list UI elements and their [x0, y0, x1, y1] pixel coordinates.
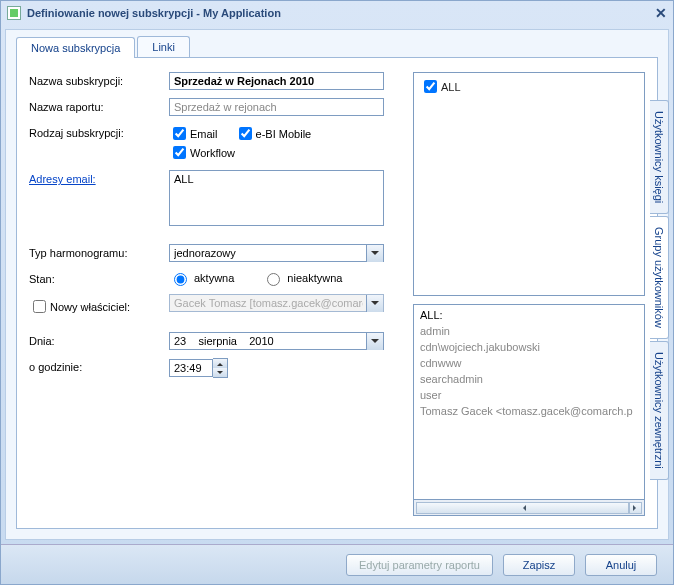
label-new-owner: Nowy właściciel:: [50, 301, 130, 313]
list-item[interactable]: cdnwww: [420, 355, 638, 371]
right-column: ALL ALL: admin cdn\wojciech.jakubowski c…: [413, 72, 645, 516]
list-members[interactable]: ALL: admin cdn\wojciech.jakubowski cdnww…: [413, 304, 645, 500]
tab-new-subscription[interactable]: Nowa subskrypcja: [16, 37, 135, 58]
input-report-name: Sprzedaż w rejonach: [169, 98, 384, 116]
spinner-down-icon[interactable]: [213, 368, 227, 377]
button-cancel[interactable]: Anuluj: [585, 554, 657, 576]
label-date: Dnia:: [29, 332, 169, 347]
list-item[interactable]: cdn\wojciech.jakubowski: [420, 339, 638, 355]
tab-strip: Nowa subskrypcja Linki: [6, 30, 668, 57]
titlebar: Definiowanie nowej subskrypcji - My Appl…: [1, 1, 673, 25]
label-radio-active: aktywna: [194, 272, 234, 284]
label-schedule: Typ harmonogramu:: [29, 244, 169, 259]
list-hscroll[interactable]: [413, 500, 645, 516]
side-tabs: Użytkownicy księgi Grupy użytkowników Uż…: [650, 100, 669, 482]
select-owner: Gacek Tomasz [tomasz.gacek@comarch.: [169, 294, 384, 312]
app-window: Definiowanie nowej subskrypcji - My Appl…: [0, 0, 674, 585]
label-cb-workflow: Workflow: [190, 147, 235, 159]
label-state: Stan:: [29, 270, 169, 285]
checkbox-new-owner[interactable]: [33, 300, 46, 313]
label-sub-name: Nazwa subskrypcji:: [29, 72, 169, 87]
input-time[interactable]: [169, 359, 213, 377]
scroll-right-icon[interactable]: [629, 502, 642, 514]
label-radio-inactive: nieaktywna: [287, 272, 342, 284]
sidetab-external-users[interactable]: Użytkownicy zewnętrzni: [650, 341, 669, 480]
list-item[interactable]: user: [420, 387, 638, 403]
button-edit-params: Edytuj parametry raportu: [346, 554, 493, 576]
tree-root-label: ALL: [441, 81, 461, 93]
label-report-name: Nazwa raportu:: [29, 98, 169, 113]
footer: Edytuj parametry raportu Zapisz Anuluj: [1, 544, 673, 584]
select-schedule[interactable]: jednorazowy: [169, 244, 384, 262]
list-title: ALL:: [420, 309, 638, 321]
label-time: o godzinie:: [29, 358, 169, 373]
label-cb-email: Email: [190, 128, 218, 140]
sidetab-user-groups[interactable]: Grupy użytkowników: [650, 216, 669, 339]
checkbox-email[interactable]: [173, 127, 186, 140]
close-icon[interactable]: ✕: [655, 5, 667, 21]
main-panel: Nazwa subskrypcji: Nazwa raportu: Sprzed…: [16, 57, 658, 529]
time-spinner[interactable]: [213, 358, 228, 378]
textarea-emails[interactable]: ALL: [169, 170, 384, 226]
content-area: Nowa subskrypcja Linki Nazwa subskrypcji…: [5, 29, 669, 540]
checkbox-ebi[interactable]: [239, 127, 252, 140]
label-cb-ebi: e-BI Mobile: [256, 128, 312, 140]
button-save[interactable]: Zapisz: [503, 554, 575, 576]
list-item[interactable]: Tomasz Gacek <tomasz.gacek@comarch.p: [420, 403, 638, 419]
input-sub-name[interactable]: [169, 72, 384, 90]
scroll-left-icon[interactable]: [416, 502, 629, 514]
sidetab-book-users[interactable]: Użytkownicy księgi: [650, 100, 669, 214]
radio-inactive[interactable]: [267, 273, 280, 286]
spinner-up-icon[interactable]: [213, 359, 227, 368]
tree-users[interactable]: ALL: [413, 72, 645, 296]
checkbox-workflow[interactable]: [173, 146, 186, 159]
radio-active[interactable]: [174, 273, 187, 286]
label-sub-type: Rodzaj subskrypcji:: [29, 124, 169, 139]
link-emails[interactable]: Adresy email:: [29, 173, 96, 185]
tab-links[interactable]: Linki: [137, 36, 190, 57]
list-item[interactable]: admin: [420, 323, 638, 339]
app-icon: [7, 6, 21, 20]
checkbox-tree-all[interactable]: [424, 80, 437, 93]
window-title: Definiowanie nowej subskrypcji - My Appl…: [27, 7, 281, 19]
form-left: Nazwa subskrypcji: Nazwa raportu: Sprzed…: [29, 72, 401, 516]
input-date[interactable]: [169, 332, 384, 350]
list-item[interactable]: searchadmin: [420, 371, 638, 387]
